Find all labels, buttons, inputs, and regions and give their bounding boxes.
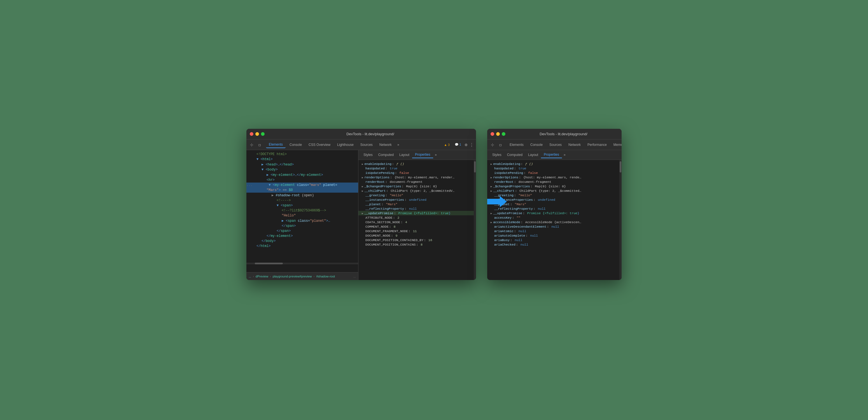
tab-actions-back: ▲ 3 💬 1 ⚙ ⋮	[443, 142, 474, 147]
scrollbar-track-front[interactable]	[619, 160, 622, 280]
tab-icons-front: ⊹ ◻	[490, 142, 503, 148]
prop-front-planet: __planet: "Mars"	[487, 202, 622, 206]
styles-tab-back[interactable]: Styles	[361, 152, 375, 158]
minimize-button-back[interactable]	[255, 132, 259, 136]
styles-tab-front[interactable]: Styles	[490, 152, 504, 158]
properties-panel-front: Styles Computed Layout Properties » ▶ en…	[487, 150, 622, 280]
devtools-window-front: DevTools - lit.dev/playground/ ⊹ ◻ Eleme…	[487, 129, 622, 280]
prop-isUpdatePending: isUpdatePending: false	[359, 171, 476, 175]
prop-doc-pos-contained: DOCUMENT_POSITION_CONTAINED_BY: 16	[359, 238, 476, 242]
title-bar-back: DevTools - lit.dev/playground/	[246, 129, 476, 140]
prop-front-renderOptions[interactable]: ▶ renderOptions: {host: my-element.mars,…	[487, 175, 622, 179]
properties-panel-back: Styles Computed Layout Properties » ▶ en…	[359, 150, 476, 280]
properties-tab-front[interactable]: Properties	[541, 151, 562, 158]
dom-line: <!DOCTYPE html>	[246, 152, 358, 157]
prop-front-accessibleNode[interactable]: ▶ accessibleNode: AccessibleNode {active…	[487, 220, 622, 224]
settings-icon-back[interactable]: ⚙	[465, 142, 467, 147]
breadcrumb-dpreview[interactable]: dPreview	[256, 275, 268, 278]
dom-line[interactable]: ▼ <span>	[246, 203, 358, 208]
breadcrumb-dots[interactable]: ...	[249, 275, 251, 278]
dom-line[interactable]: ▶ <head>…</head>	[246, 162, 358, 167]
prop-updatePromise[interactable]: ▶ __updatePromise: Promise {<fulfilled>:…	[359, 211, 476, 215]
dom-line: <!--?lit$927534869$-->	[246, 208, 358, 213]
dom-breadcrumb: ... › dPreview › playground-preview#prev…	[246, 272, 358, 280]
inspect-icon[interactable]: ◻	[256, 142, 262, 148]
svg-marker-0	[487, 196, 507, 207]
tab-elements-front[interactable]: Elements	[507, 142, 526, 148]
prop-front-changedProperties[interactable]: ▶ _$changedProperties: Map(0) {size: 0}	[487, 184, 622, 188]
prop-enableUpdating[interactable]: ▶ enableUpdating: ƒ ()	[359, 161, 476, 166]
minimize-button-front[interactable]	[496, 132, 500, 136]
devtools-window-back: DevTools - lit.dev/playground/ ⊹ ◻ Eleme…	[246, 129, 476, 280]
dom-tree: <!DOCTYPE html> ▼ <html> ▶ <head>…</head…	[246, 150, 358, 272]
scrollbar-thumb-front[interactable]	[620, 161, 621, 173]
props-tabs-back: Styles Computed Layout Properties »	[359, 150, 476, 160]
dom-line[interactable]: ▶ <my-element>…</my-element>	[246, 172, 358, 178]
maximize-button-front[interactable]	[502, 132, 505, 136]
tab-memory-front[interactable]: Memory	[611, 142, 622, 148]
prop-hasUpdated: hasUpdated: true	[359, 166, 476, 171]
dom-line[interactable]: ▶ <span class="planet">…	[246, 218, 358, 223]
prop-renderOptions[interactable]: ▶ renderOptions: {host: my-element.mars,…	[359, 175, 476, 179]
prop-front-childPart[interactable]: ▶ __childPart: ChildPart {type: 2, _$com…	[487, 188, 622, 193]
more-options-icon-back[interactable]: ⋮	[470, 142, 474, 147]
breadcrumb-shadow-root[interactable]: #shadow-root	[316, 275, 335, 278]
computed-tab-front[interactable]: Computed	[504, 152, 525, 158]
prop-planet: __planet: "Mars"	[359, 202, 476, 206]
dom-line[interactable]: ▶ #shadow-root (open)	[246, 192, 358, 198]
prop-front-enableUpdating[interactable]: ▶ enableUpdating: ƒ ()	[487, 161, 622, 166]
properties-tab-back[interactable]: Properties	[412, 151, 433, 158]
prop-reflectingProperty: __reflectingProperty: null	[359, 206, 476, 211]
close-button-front[interactable]	[491, 132, 494, 136]
dom-line[interactable]: ▼ <body>	[246, 167, 358, 172]
prop-front-instanceProperties: __instanceProperties: undefined	[487, 198, 622, 202]
prop-changedProperties[interactable]: ▶ _$changedProperties: Map(0) {size: 0}	[359, 184, 476, 188]
dom-line: </span>	[246, 229, 358, 234]
breadcrumb-preview[interactable]: playground-preview#preview	[273, 275, 312, 278]
prop-childPart[interactable]: ▶ __childPart: ChildPart {type: 2, _$com…	[359, 188, 476, 193]
prop-comment-node: COMMENT_NODE: 8	[359, 224, 476, 229]
warning-badge-back: ▲ 3	[443, 143, 451, 147]
prop-front-isUpdatePending: isUpdatePending: false	[487, 171, 622, 175]
dom-line-selected[interactable]: ... ▼ <my-element class="mars" planet=	[246, 183, 358, 188]
tab-elements[interactable]: Elements	[266, 141, 286, 148]
title-bar-front: DevTools - lit.dev/playground/	[487, 129, 622, 140]
inspect-icon-front[interactable]: ◻	[497, 142, 503, 148]
dom-line[interactable]: <hr>	[246, 178, 358, 183]
layout-tab-back[interactable]: Layout	[397, 152, 412, 158]
computed-tab-back[interactable]: Computed	[375, 152, 397, 158]
prop-front-updatePromise[interactable]: ▶ __updatePromise: Promise {<fulfilled>:…	[487, 211, 622, 215]
maximize-button-back[interactable]	[261, 132, 265, 136]
props-content-back: ▶ enableUpdating: ƒ () hasUpdated: true …	[359, 160, 476, 280]
prop-front-hasUpdated: hasUpdated: true	[487, 166, 622, 171]
prop-front-ariaActiveDescendant: ariaActiveDescendantElement: null	[487, 224, 622, 229]
prop-front-ariaBusy: ariaBusy: null	[487, 238, 622, 242]
prop-instanceProperties: __instanceProperties: undefined	[359, 198, 476, 202]
prop-attribute-node: ATTRIBUTE_NODE: 2	[359, 215, 476, 220]
close-button-back[interactable]	[250, 132, 253, 136]
scrollbar-track[interactable]	[474, 160, 476, 280]
layout-tab-front[interactable]: Layout	[525, 152, 541, 158]
props-more-back[interactable]: »	[433, 152, 438, 158]
dom-panel: <!DOCTYPE html> ▼ <html> ▶ <head>…</head…	[246, 150, 359, 280]
tab-css-overview[interactable]: CSS Overview	[306, 142, 333, 148]
tab-more-back[interactable]: »	[396, 142, 401, 148]
tab-console-front[interactable]: Console	[528, 142, 546, 148]
main-content-back: <!DOCTYPE html> ▼ <html> ▶ <head>…</head…	[246, 150, 476, 280]
cursor-icon-front[interactable]: ⊹	[490, 142, 496, 148]
prop-front-greeting: __greeting: "Hello"	[487, 193, 622, 198]
tab-console[interactable]: Console	[287, 142, 305, 148]
props-more-front[interactable]: »	[562, 152, 567, 158]
tab-network[interactable]: Network	[377, 142, 395, 148]
tab-lighthouse[interactable]: Lighthouse	[334, 142, 356, 148]
traffic-lights-front	[491, 132, 505, 136]
cursor-icon[interactable]: ⊹	[249, 142, 255, 148]
tab-network-front[interactable]: Network	[566, 142, 584, 148]
tab-sources[interactable]: Sources	[358, 142, 375, 148]
scrollbar-thumb[interactable]	[474, 161, 476, 173]
tab-performance-front[interactable]: Performance	[585, 142, 610, 148]
tab-sources-front[interactable]: Sources	[547, 142, 564, 148]
traffic-lights-back	[250, 132, 265, 136]
info-badge-back: 💬 1	[453, 142, 463, 147]
dom-line-selected-2[interactable]: "Mars"> == $0	[246, 188, 358, 192]
